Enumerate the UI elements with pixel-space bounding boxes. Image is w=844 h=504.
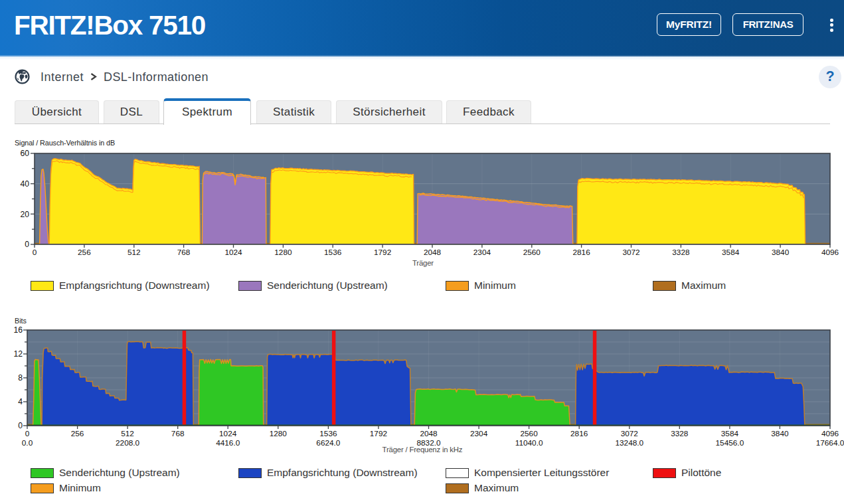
svg-text:3328: 3328: [671, 429, 689, 438]
svg-text:2304: 2304: [473, 248, 491, 257]
svg-text:4096: 4096: [821, 429, 839, 438]
svg-text:256: 256: [71, 429, 84, 438]
svg-text:3328: 3328: [672, 248, 690, 257]
svg-text:3584: 3584: [722, 248, 740, 257]
svg-text:3840: 3840: [772, 248, 790, 257]
svg-text:20: 20: [20, 210, 29, 219]
svg-text:512: 512: [127, 248, 141, 257]
svg-text:Träger: Träger: [412, 259, 434, 267]
svg-text:0: 0: [18, 421, 23, 430]
svg-text:15456.0: 15456.0: [716, 438, 744, 448]
svg-text:3584: 3584: [721, 429, 739, 438]
svg-text:1280: 1280: [270, 429, 288, 438]
svg-text:8: 8: [18, 373, 23, 382]
svg-text:Träger / Frequenz in kHz: Träger / Frequenz in kHz: [382, 446, 463, 454]
svg-text:17664.0: 17664.0: [816, 438, 844, 448]
svg-text:1024: 1024: [224, 248, 242, 257]
svg-text:0.0: 0.0: [22, 438, 33, 448]
svg-text:11040.0: 11040.0: [515, 438, 543, 448]
svg-text:0: 0: [25, 240, 29, 249]
svg-text:0: 0: [33, 248, 37, 257]
svg-text:60: 60: [20, 149, 29, 158]
svg-text:2816: 2816: [572, 248, 590, 257]
svg-text:2208.0: 2208.0: [116, 438, 140, 448]
svg-text:13248.0: 13248.0: [615, 438, 643, 448]
svg-text:2304: 2304: [470, 429, 488, 438]
svg-text:6624.0: 6624.0: [316, 438, 341, 448]
svg-text:1536: 1536: [319, 429, 337, 438]
svg-text:16: 16: [13, 325, 23, 335]
svg-text:3072: 3072: [621, 429, 638, 438]
svg-text:40: 40: [20, 179, 29, 189]
svg-text:12: 12: [13, 349, 23, 359]
svg-text:1024: 1024: [219, 429, 237, 438]
svg-text:4416.0: 4416.0: [216, 438, 240, 448]
svg-text:256: 256: [78, 248, 91, 257]
svg-text:2048: 2048: [420, 429, 438, 438]
svg-text:512: 512: [121, 429, 134, 438]
svg-text:1792: 1792: [374, 248, 391, 257]
svg-text:3072: 3072: [622, 248, 639, 257]
svg-text:3840: 3840: [771, 429, 789, 438]
svg-text:2560: 2560: [520, 429, 538, 438]
svg-text:2816: 2816: [570, 429, 588, 438]
svg-text:2560: 2560: [523, 248, 541, 257]
svg-text:2048: 2048: [424, 248, 442, 257]
svg-text:768: 768: [177, 248, 191, 257]
svg-text:1792: 1792: [370, 429, 387, 438]
svg-text:4: 4: [18, 397, 23, 406]
svg-text:1280: 1280: [274, 248, 292, 257]
svg-text:0: 0: [25, 429, 30, 438]
svg-text:768: 768: [171, 429, 185, 438]
svg-text:1536: 1536: [324, 248, 342, 257]
svg-text:4096: 4096: [821, 248, 839, 257]
